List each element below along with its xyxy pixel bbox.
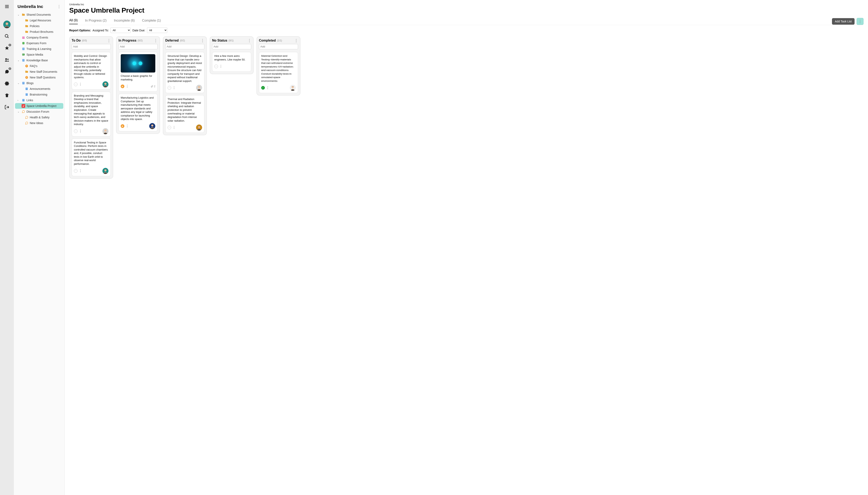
tree-item-announcements[interactable]: Announcements [15,86,63,92]
tab-all[interactable]: All (9) [69,19,78,24]
add-card-input[interactable] [165,44,205,49]
task-card[interactable]: Structural Design: Develop a frame that … [165,52,205,93]
workspace-menu-icon[interactable]: ⋮ [57,5,61,8]
search-icon[interactable] [3,33,11,40]
card-menu-icon[interactable]: ⋮ [219,65,223,68]
card-menu-icon[interactable]: ⋮ [173,126,176,129]
column-menu-icon[interactable]: ⋮ [201,39,205,42]
tree-item-faqs[interactable]: ?FAQ's [15,63,63,69]
favorites-icon[interactable]: 0 [3,45,11,52]
tree-item-brainstorming[interactable]: Brainstorming [15,92,63,97]
card-menu-icon[interactable]: ⋮ [79,130,82,133]
tab-in-progress[interactable]: In Progress (2) [85,19,107,24]
tree-item-links[interactable]: ›Links [15,97,63,103]
tree-item-legal[interactable]: Legal Resources [15,18,63,23]
add-card-input[interactable] [259,44,298,49]
tree-item-expenses[interactable]: Expenses Form [15,40,63,46]
column-no-status: No Status(0/1)⋮ Hire a few more astro en… [210,36,254,74]
svg-point-8 [5,58,7,60]
column-menu-icon[interactable]: ⋮ [294,39,298,42]
attachment-indicator[interactable]: 2 [151,85,155,88]
tree-panel: Umbrella Inc ⋮ ⌄Shared Documents Legal R… [14,0,65,495]
status-none-icon[interactable]: ⋯ [74,129,77,133]
task-card[interactable]: Material Selection and Testing. Identify… [259,52,298,93]
task-card[interactable]: Mobility and Control: Design mechanisms … [72,52,111,90]
task-card[interactable]: Manufacturing Logistics and Compliance: … [119,94,158,131]
date-due-select[interactable]: All [147,28,167,33]
card-text: Choose a basic graphic for marketing. [121,74,155,81]
tree-item-forum[interactable]: ⌄Discussion Forum [15,109,63,115]
card-text: Structural Design: Develop a frame that … [167,54,202,83]
tree-item-shared-docs[interactable]: ⌄Shared Documents [15,12,63,18]
column-menu-icon[interactable]: ⋮ [107,39,111,42]
column-title: Completed [259,39,276,42]
card-menu-icon[interactable]: ⋮ [266,86,269,89]
task-card[interactable]: Functional Testing in Space Conditions: … [72,138,111,176]
assigned-to-select[interactable]: All [110,28,131,33]
svg-text:?: ? [26,65,27,67]
chat-icon[interactable]: 0 [3,68,11,75]
column-title: To Do [72,39,81,42]
status-none-icon[interactable]: ⋯ [214,65,218,68]
tree-item-space-project[interactable]: Space Umbrella Project [15,103,63,109]
tree-item-newstaff-q[interactable]: ?New Staff Questions [15,74,63,80]
status-none-icon[interactable]: ⋯ [74,83,77,86]
tab-incomplete[interactable]: Incomplete (6) [114,19,135,24]
tree-item-brochures[interactable]: Product Brochures [15,29,63,35]
svg-marker-7 [5,46,9,50]
task-card[interactable]: Hire a few more astro engineers. Like ma… [212,52,251,72]
board-menu-button[interactable]: ⋮ [856,18,864,25]
favorites-badge: 0 [8,44,12,47]
column-menu-icon[interactable]: ⋮ [154,39,158,42]
status-none-icon[interactable]: ⋯ [74,169,77,173]
status-complete-icon[interactable]: ✓ [261,86,265,90]
user-avatar[interactable] [3,21,11,28]
tree-item-events[interactable]: Company Events [15,35,63,40]
hamburger-icon[interactable] [3,3,11,10]
trash-icon[interactable] [3,92,11,99]
card-menu-icon[interactable]: ⋮ [126,124,129,128]
task-card[interactable]: Thermal and Radiation Protection: Integr… [165,95,205,133]
card-text: Material Selection and Testing. Identify… [261,54,296,83]
chat-badge: 0 [8,67,12,70]
svg-rect-35 [22,99,25,101]
card-menu-icon[interactable]: ⋮ [173,86,176,89]
add-card-input[interactable] [119,44,158,49]
status-none-icon[interactable]: ⋯ [167,86,171,90]
assignee-avatar[interactable] [196,124,202,131]
tree-item-health[interactable]: Health & Safety [15,115,63,120]
assignee-avatar[interactable] [290,85,296,91]
card-menu-icon[interactable]: ⋮ [79,169,82,173]
breadcrumb[interactable]: Umbrella Inc [69,3,864,6]
add-task-list-button[interactable]: Add Task List [832,18,854,25]
tree-item-policies[interactable]: Policies [15,23,63,29]
assignee-avatar[interactable] [102,168,108,174]
status-none-icon[interactable]: ⋯ [167,126,171,129]
status-inprogress-icon[interactable]: ◐ [121,124,124,128]
status-inprogress-icon[interactable]: ◐ [121,85,124,88]
card-menu-icon[interactable]: ⋮ [79,83,82,86]
add-card-input[interactable] [212,44,251,49]
tree-item-kb[interactable]: ⌄Knowledge Base [15,57,63,63]
add-card-input[interactable] [72,44,111,49]
settings-icon[interactable] [3,80,11,87]
svg-line-6 [7,37,8,38]
task-card[interactable]: Choose a basic graphic for marketing. ◐⋮… [119,52,158,92]
tree-item-space-media[interactable]: Space Media [15,52,63,57]
tree-item-blogs[interactable]: ⌄Blogs [15,80,63,86]
assignee-avatar[interactable] [196,85,202,91]
task-card[interactable]: Branding and Messaging: Develop a brand … [72,92,111,136]
people-icon[interactable] [3,56,11,64]
tree-item-ideas[interactable]: New Ideas [15,120,63,126]
assignee-avatar[interactable] [102,81,108,87]
assignee-avatar[interactable] [102,128,108,134]
tab-complete[interactable]: Complete (1) [142,19,161,24]
column-menu-icon[interactable]: ⋮ [248,39,251,42]
tree-item-training[interactable]: Training & Learning [15,46,63,52]
tree-item-newstaff-docs[interactable]: New Staff Documents [15,69,63,74]
assignee-avatar[interactable] [149,123,155,129]
logout-icon[interactable] [3,103,11,111]
column-todo: To Do(0/3)⋮ Mobility and Control: Design… [69,36,113,178]
kanban-board: To Do(0/3)⋮ Mobility and Control: Design… [69,36,864,178]
card-menu-icon[interactable]: ⋮ [126,85,129,88]
